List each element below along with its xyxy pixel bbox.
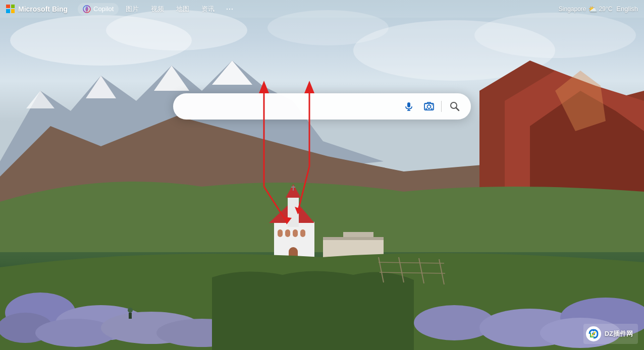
svg-line-54 xyxy=(456,108,459,110)
camera-icon xyxy=(423,101,435,112)
landscape-svg xyxy=(0,0,644,350)
search-container xyxy=(173,93,471,120)
nav-items: Copilot 图片 视频 地图 资讯 ··· xyxy=(78,3,559,16)
brand-name: Microsoft Bing xyxy=(18,5,68,13)
svg-point-52 xyxy=(432,104,433,105)
brand[interactable]: Microsoft Bing xyxy=(6,5,68,14)
microphone-icon xyxy=(404,101,414,111)
watermark: DZ插件网 xyxy=(583,324,638,344)
svg-point-51 xyxy=(427,105,431,108)
watermark-text: DZ插件网 xyxy=(605,329,633,338)
location-name: Singapore xyxy=(559,6,586,13)
svg-rect-37 xyxy=(129,313,132,319)
svg-rect-8 xyxy=(288,197,299,227)
search-input[interactable] xyxy=(185,102,398,111)
temperature: 29°C xyxy=(599,6,613,13)
nav-right: Singapore ⛅ 29°C English xyxy=(559,5,638,13)
language-button[interactable]: English xyxy=(616,5,638,13)
svg-rect-15 xyxy=(300,229,305,237)
copilot-icon xyxy=(83,5,91,13)
svg-point-36 xyxy=(128,308,133,313)
svg-rect-19 xyxy=(323,237,384,240)
search-button[interactable] xyxy=(445,96,465,116)
divider xyxy=(441,101,442,112)
watermark-logo xyxy=(585,326,602,342)
svg-rect-12 xyxy=(278,229,283,237)
svg-rect-14 xyxy=(293,229,298,237)
svg-rect-13 xyxy=(285,229,290,237)
nav-videos[interactable]: 视频 xyxy=(146,3,169,16)
nav-maps[interactable]: 地图 xyxy=(171,3,194,16)
weather-icon: ⛅ xyxy=(588,5,597,13)
visual-search-button[interactable] xyxy=(420,97,438,115)
navbar: Microsoft Bing Copilot 图片 视频 地图 资讯 xyxy=(0,0,644,18)
svg-point-4 xyxy=(474,13,636,58)
search-bar xyxy=(173,93,471,120)
nav-images[interactable]: 图片 xyxy=(121,3,144,16)
nav-more[interactable]: ··· xyxy=(222,3,237,15)
nav-news[interactable]: 资讯 xyxy=(196,3,220,16)
search-icon xyxy=(449,101,460,112)
microphone-button[interactable] xyxy=(400,97,418,115)
svg-rect-47 xyxy=(407,102,410,107)
search-icons xyxy=(398,94,467,119)
copilot-button[interactable]: Copilot xyxy=(78,3,119,15)
copilot-label: Copilot xyxy=(93,5,114,13)
microsoft-logo xyxy=(6,5,15,14)
location-info: Singapore ⛅ 29°C xyxy=(559,5,613,13)
